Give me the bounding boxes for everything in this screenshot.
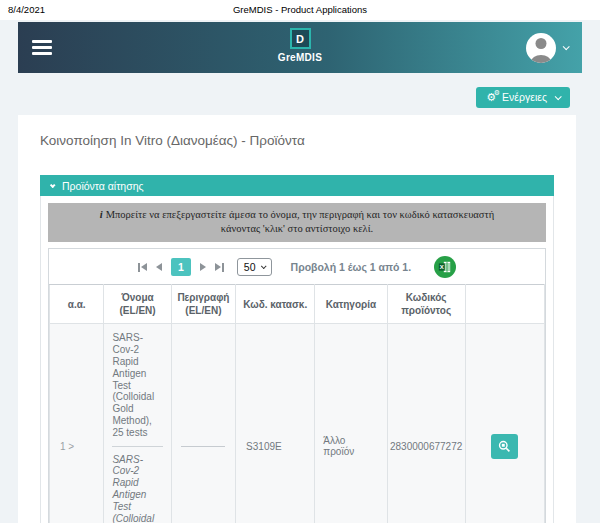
- row-index-cell[interactable]: 1 >: [50, 324, 104, 523]
- products-table: α.α. Όνομα (EL/EN) Περιγραφή (EL/EN) Κωδ…: [49, 284, 545, 523]
- panel-title: Προϊόντα αίτησης: [62, 180, 144, 192]
- table-container: 1 50 Προβολή 1 έως 1 από 1.: [48, 248, 546, 523]
- header-index: α.α.: [50, 285, 104, 324]
- excel-icon: X: [434, 256, 456, 278]
- gears-icon: ⚙⚙: [486, 92, 496, 103]
- menu-icon[interactable]: [32, 40, 52, 55]
- chevron-down-icon[interactable]: [563, 43, 570, 50]
- chevron-down-icon: [260, 264, 266, 270]
- print-header: 8/4/2021 GreMDIS - Product Applications: [0, 0, 600, 20]
- user-menu[interactable]: [526, 33, 568, 63]
- export-excel-button[interactable]: X: [434, 256, 456, 278]
- logo-d-icon[interactable]: D: [290, 28, 311, 49]
- header-actions: [465, 285, 544, 324]
- app-logo[interactable]: D GreMDIS: [18, 28, 582, 63]
- next-page-button[interactable]: [200, 263, 206, 271]
- category-cell: Άλλο προϊόν: [315, 324, 387, 523]
- name-el[interactable]: SARS-Cov-2 Rapid Antigen Test (Colloidal…: [112, 332, 162, 438]
- header-category: Κατηγορία: [315, 285, 387, 324]
- current-page-button[interactable]: 1: [171, 258, 191, 276]
- divider: [112, 446, 162, 447]
- view-details-button[interactable]: [491, 434, 518, 459]
- avatar-person-icon: [536, 38, 547, 49]
- previous-page-button[interactable]: [156, 263, 162, 271]
- print-document-title: GreMDIS - Product Applications: [0, 4, 600, 15]
- info-text: Μπορείτε να επεξεργαστείτε άμεσα το όνομ…: [106, 209, 495, 234]
- page-size-value: 50: [244, 261, 256, 273]
- app-header: D GreMDIS: [18, 22, 582, 73]
- products-panel: Προϊόντα αίτησης iΜπορείτε να επεξεργαστ…: [40, 175, 554, 523]
- header-product-code: Κωδικός προϊόντος: [387, 285, 465, 324]
- chevron-down-icon: [555, 93, 562, 100]
- magnifier-zoom-icon: [498, 440, 511, 453]
- page-title: Κοινοποίηση In Vitro (Διανομέας) - Προϊό…: [40, 133, 554, 148]
- description-cell[interactable]: [171, 324, 235, 523]
- pagination: 1 50 Προβολή 1 έως 1 από 1.: [49, 249, 545, 284]
- svg-text:X: X: [440, 264, 444, 270]
- empty-description-divider: [181, 446, 225, 447]
- user-avatar[interactable]: [526, 33, 556, 63]
- header-description: Περιγραφή (EL/EN): [171, 285, 235, 324]
- header-name: Όνομα (EL/EN): [104, 285, 171, 324]
- name-cell[interactable]: SARS-Cov-2 Rapid Antigen Test (Colloidal…: [104, 324, 171, 523]
- last-page-button[interactable]: [215, 263, 224, 272]
- logo-text: GreMDIS: [278, 52, 322, 63]
- actions-button[interactable]: ⚙⚙ Ενέργειες: [476, 87, 570, 108]
- first-page-button[interactable]: [138, 263, 147, 272]
- table-row: 1 > SARS-Cov-2 Rapid Antigen Test (Collo…: [50, 324, 545, 523]
- panel-header[interactable]: Προϊόντα αίτησης: [40, 175, 554, 196]
- table-header-row: α.α. Όνομα (EL/EN) Περιγραφή (EL/EN) Κωδ…: [50, 285, 545, 324]
- page-size-select[interactable]: 50: [237, 258, 272, 276]
- collapse-chevron-icon[interactable]: [50, 182, 56, 188]
- info-message: iΜπορείτε να επεξεργαστείτε άμεσα το όνο…: [48, 203, 546, 242]
- content-card: Κοινοποίηση In Vitro (Διανομέας) - Προϊό…: [18, 115, 576, 523]
- name-en[interactable]: SARS-Cov-2 Rapid Antigen Test (Colloidal…: [112, 454, 162, 523]
- info-icon: i: [100, 209, 103, 220]
- avatar-person-icon: [531, 55, 551, 63]
- page-background: D GreMDIS ⚙⚙ Ενέργειες Κοινοποίηση In Vi…: [0, 20, 600, 523]
- pagination-info: Προβολή 1 έως 1 από 1.: [291, 261, 412, 273]
- manufacturer-code-cell[interactable]: S3109E: [236, 324, 315, 523]
- header-manufacturer-code: Κωδ. κατασκ.: [236, 285, 315, 324]
- panel-body: iΜπορείτε να επεξεργαστείτε άμεσα το όνο…: [40, 196, 554, 523]
- actions-button-label: Ενέργειες: [502, 91, 547, 103]
- product-code-cell: 2830000677272: [387, 324, 465, 523]
